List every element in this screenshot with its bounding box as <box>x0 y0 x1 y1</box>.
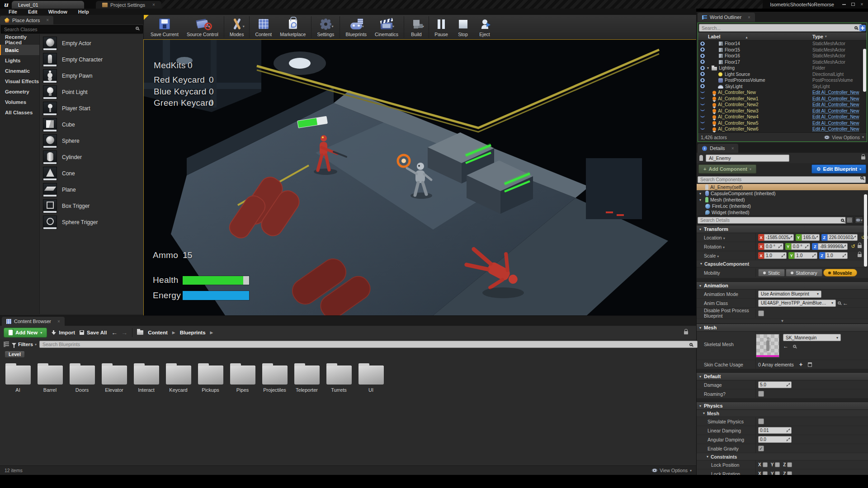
tab-content-browser[interactable]: Content Browser × <box>2 317 65 326</box>
drag-handle-icon[interactable] <box>782 253 785 258</box>
mobility-option[interactable]: Stationary <box>786 269 822 277</box>
toolbar-button[interactable]: ▾ Source Control <box>183 16 222 38</box>
breadcrumb-arrow-icon[interactable]: ▶ <box>210 330 213 335</box>
sources-panel-icon[interactable] <box>4 342 9 347</box>
roaming-checkbox[interactable] <box>758 391 764 397</box>
search-classes-input[interactable] <box>1 25 143 33</box>
visibility-eye-icon[interactable] <box>698 92 707 93</box>
simulate-physics-checkbox[interactable] <box>758 418 764 424</box>
toolbar-button[interactable]: ▾ Cinematics <box>371 16 402 38</box>
expander-icon[interactable]: ▾ <box>699 198 703 202</box>
use-selected-icon[interactable]: ← <box>843 300 848 306</box>
browse-icon[interactable] <box>838 301 841 305</box>
lock-icon[interactable] <box>861 156 865 160</box>
angular-damping-field[interactable]: 0.0 <box>758 436 792 443</box>
placeable-item[interactable]: Empty Character <box>40 52 143 68</box>
edit-blueprint-link[interactable]: Edit AI_Controller_New <box>812 127 867 131</box>
outliner-search-input[interactable] <box>699 24 862 32</box>
close-button[interactable]: × <box>859 2 864 7</box>
outliner-row[interactable]: Floor14 StaticMeshActor <box>698 41 867 47</box>
outliner-view-options[interactable]: View Options ▾ <box>824 135 864 140</box>
damage-field[interactable]: 5.0 <box>758 381 792 388</box>
z-value-field[interactable]: 1.0 <box>825 252 848 259</box>
y-value-field[interactable]: 0.0 ° <box>791 243 811 250</box>
component-row[interactable]: ▾ Mesh (Inherited) <box>697 197 868 203</box>
tab-details[interactable]: i Details × <box>698 144 738 153</box>
outliner-row[interactable]: AI_Controller_New5 Edit AI_Controller_Ne… <box>698 120 867 127</box>
use-selected-icon[interactable]: ← <box>783 343 788 349</box>
placeable-item[interactable]: Cylinder <box>40 149 143 165</box>
subsection-constraints[interactable]: ▾Constraints <box>697 453 868 460</box>
z-value-field[interactable]: 226.001602 <box>827 234 858 241</box>
toolbar-button[interactable]: ▾ Modes <box>224 16 248 38</box>
drag-handle-icon[interactable] <box>778 244 782 249</box>
back-button[interactable]: ← <box>111 329 118 336</box>
component-row[interactable]: Widget (Inherited) <box>697 209 868 215</box>
edit-blueprint-link[interactable]: Edit AI_Controller_New <box>812 114 867 119</box>
placeable-item[interactable]: Box Trigger <box>40 198 143 214</box>
visibility-eye-icon[interactable] <box>698 84 707 89</box>
placeable-item[interactable]: Empty Pawn <box>40 68 143 84</box>
outliner-row[interactable]: Light Source DirectionalLight <box>698 71 867 78</box>
transform-row-label[interactable]: Scale ▾ <box>697 253 755 258</box>
asset-folder[interactable]: Projectiles <box>259 363 291 393</box>
visibility-eye-icon[interactable] <box>698 122 707 123</box>
edit-blueprint-link[interactable]: Edit AI_Controller_New <box>812 90 867 95</box>
category-item[interactable]: All Classes <box>0 107 39 117</box>
component-row[interactable]: ▾ CapsuleComponent (Inherited) <box>697 190 868 197</box>
placeable-item[interactable]: Player Start <box>40 100 143 117</box>
display-filter-button[interactable]: ▾ <box>855 216 863 224</box>
visibility-eye-icon[interactable] <box>698 47 707 52</box>
drag-handle-icon[interactable] <box>843 253 846 258</box>
toolbar-button[interactable]: ▾ Stop <box>452 16 474 38</box>
breadcrumb-content[interactable]: Content <box>148 330 167 335</box>
expander-icon[interactable]: ▾ <box>699 192 703 196</box>
game-viewport[interactable]: MedKits 0 Red Keycard 0 Blue Keycard 0 G… <box>144 40 696 315</box>
toolbar-button[interactable]: ▾ Eject <box>474 16 495 38</box>
placeable-item[interactable]: Cone <box>40 165 143 182</box>
drag-handle-icon[interactable] <box>815 235 818 239</box>
edit-blueprint-link[interactable]: Edit AI_Controller_New <box>812 96 867 101</box>
section-physics[interactable]: ▾Physics <box>697 402 868 410</box>
details-scrollbar[interactable] <box>864 194 867 267</box>
menu-item[interactable]: Window <box>43 9 72 14</box>
visibility-eye-icon[interactable] <box>698 60 707 64</box>
edit-blueprint-link[interactable]: Edit AI_Controller_New <box>812 121 867 126</box>
outliner-row[interactable]: AI_Controller_New4 Edit AI_Controller_Ne… <box>698 114 867 120</box>
actor-name-field[interactable]: AI_Enemy <box>706 155 789 162</box>
outliner-row[interactable]: AI_Controller_New3 Edit AI_Controller_Ne… <box>698 108 867 114</box>
advanced-expander[interactable]: ▼ <box>697 319 868 324</box>
asset-folder[interactable]: UI <box>355 363 387 393</box>
drag-handle-icon[interactable] <box>812 253 816 258</box>
expander-icon[interactable]: ▾ <box>707 66 712 70</box>
asset-folder[interactable]: Pipes <box>226 363 259 393</box>
lock-position-x-checkbox[interactable] <box>763 462 768 467</box>
y-value-field[interactable]: 165.0 <box>802 234 820 241</box>
visibility-eye-icon[interactable] <box>698 54 707 58</box>
cb-view-options[interactable]: View Options ▾ <box>652 468 692 473</box>
visibility-eye-icon[interactable] <box>698 104 707 105</box>
enable-gravity-checkbox[interactable]: ✓ <box>758 446 764 451</box>
import-button[interactable]: Import <box>52 330 75 335</box>
skeletal-mesh-thumbnail[interactable] <box>756 334 779 357</box>
category-item[interactable]: Visual Effects <box>0 76 39 86</box>
transform-row-label[interactable]: Rotation ▾ <box>697 244 755 249</box>
close-tab-icon[interactable]: × <box>57 319 60 324</box>
outliner-row[interactable]: AI_Controller_New6 Edit AI_Controller_Ne… <box>698 126 867 132</box>
filter-chip-level[interactable]: Level <box>5 351 25 358</box>
outliner-row[interactable]: Floor16 StaticMeshActor <box>698 53 867 59</box>
tab-place-actors[interactable]: Place Actors × <box>0 16 53 24</box>
save-all-button[interactable]: Save All <box>80 330 107 335</box>
visibility-eye-icon[interactable] <box>698 66 707 70</box>
outliner-row[interactable]: SkyLight SkyLight <box>698 84 867 90</box>
visibility-eye-icon[interactable] <box>698 110 707 111</box>
visibility-eye-icon[interactable] <box>698 72 707 76</box>
section-transform[interactable]: ▾Transform <box>697 225 868 233</box>
asset-folder[interactable]: Turrets <box>323 363 355 393</box>
asset-folder[interactable]: Keycard <box>162 363 194 393</box>
toolbar-button[interactable]: ▾ Build <box>404 16 427 38</box>
category-item[interactable]: Lights <box>0 55 39 66</box>
placeable-item[interactable]: Empty Actor <box>40 35 143 52</box>
outliner-row[interactable]: AI_Controller_New2 Edit AI_Controller_Ne… <box>698 102 867 108</box>
column-type[interactable]: Type▾ <box>812 34 867 39</box>
